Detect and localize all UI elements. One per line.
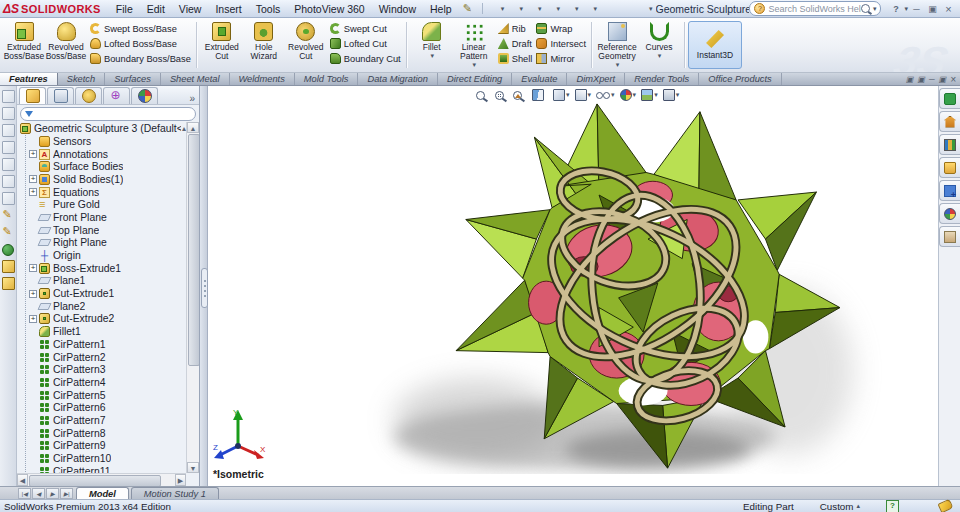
- task-pane-button[interactable]: [939, 111, 960, 132]
- doc-restore-button[interactable]: ▣: [939, 75, 947, 84]
- dropdown-caret-icon[interactable]: [538, 5, 542, 13]
- tree-item[interactable]: Equations: [27, 186, 186, 199]
- dropdown-caret-icon[interactable]: [658, 52, 662, 60]
- task-pane-button[interactable]: [939, 226, 960, 247]
- tree-item[interactable]: Boss-Extrude1: [27, 262, 186, 275]
- scroll-down-icon[interactable]: ▼: [187, 462, 199, 473]
- hud-button[interactable]: [663, 89, 680, 101]
- expand-box[interactable]: [29, 175, 37, 183]
- ribbon-stack-button[interactable]: Intersect: [536, 36, 590, 51]
- panel-tab[interactable]: [47, 87, 74, 104]
- dropdown-caret-icon[interactable]: [501, 5, 505, 13]
- left-toolbar-button[interactable]: [2, 107, 15, 120]
- hud-button[interactable]: [532, 89, 549, 101]
- ribbon-tab[interactable]: Evaluate: [512, 73, 567, 85]
- document-tab[interactable]: Motion Study 1: [131, 487, 219, 499]
- ribbon-tab[interactable]: Mold Tools: [295, 73, 359, 85]
- scroll-up-icon[interactable]: ▲: [187, 122, 199, 133]
- panel-tab[interactable]: [19, 87, 46, 104]
- quick-tool-button[interactable]: [544, 3, 560, 14]
- search-caret-icon[interactable]: [873, 5, 877, 13]
- last-tab-icon[interactable]: [60, 488, 73, 499]
- scrollbar-thumb[interactable]: [188, 134, 200, 366]
- task-pane-button[interactable]: [939, 134, 960, 155]
- tree-item[interactable]: Cut-Extrude1: [27, 287, 186, 300]
- ribbon-stack-button[interactable]: Rib: [498, 21, 537, 36]
- tree-item[interactable]: Top Plane: [27, 224, 186, 237]
- doc-window-icon[interactable]: ▣: [906, 75, 914, 84]
- quick-tool-button[interactable]: [618, 3, 634, 14]
- ribbon-tab[interactable]: Surfaces: [105, 73, 161, 85]
- tree-item[interactable]: CirPattern8: [27, 427, 186, 440]
- dropdown-caret-icon[interactable]: [676, 91, 680, 99]
- expand-box[interactable]: [29, 188, 37, 196]
- dropdown-caret-icon[interactable]: [430, 52, 434, 60]
- tree-item[interactable]: Solid Bodies(1): [27, 173, 186, 186]
- tree-item[interactable]: Plane2: [27, 300, 186, 313]
- menu-item[interactable]: Edit: [140, 0, 172, 17]
- left-toolbar-button[interactable]: [2, 243, 15, 256]
- menu-item[interactable]: PhotoView 360: [287, 0, 371, 17]
- quick-tool-button[interactable]: [526, 3, 542, 14]
- left-toolbar-button[interactable]: [2, 277, 15, 290]
- ribbon-stack-button[interactable]: Boundary Cut: [330, 51, 405, 66]
- quick-tool-button[interactable]: [489, 3, 505, 14]
- ribbon-stack-button[interactable]: Mirror: [536, 51, 590, 66]
- dropdown-caret-icon[interactable]: [472, 61, 476, 69]
- task-pane-button[interactable]: [939, 180, 960, 201]
- dropdown-caret-icon[interactable]: [575, 5, 579, 13]
- ribbon-tab[interactable]: Sheet Metal: [161, 73, 230, 85]
- expand-box[interactable]: [29, 264, 37, 272]
- tree-item[interactable]: Plane1: [27, 275, 186, 288]
- left-toolbar-button[interactable]: [2, 90, 15, 103]
- tree-horizontal-scrollbar[interactable]: ◀ ▶: [17, 473, 186, 486]
- scrollbar-thumb[interactable]: [29, 475, 161, 486]
- dropdown-caret-icon[interactable]: [616, 61, 620, 69]
- tree-item[interactable]: CirPattern3: [27, 363, 186, 376]
- ribbon-tab[interactable]: Weldments: [230, 73, 295, 85]
- task-pane-button[interactable]: [939, 88, 960, 109]
- menu-item[interactable]: Tools: [249, 0, 288, 17]
- doc-close-button[interactable]: ×: [950, 74, 956, 85]
- tree-item[interactable]: Surface Bodies: [27, 160, 186, 173]
- prev-tab-icon[interactable]: [32, 488, 45, 499]
- panel-overflow-icon[interactable]: [189, 93, 195, 104]
- expand-box[interactable]: [29, 315, 37, 323]
- ribbon-tab[interactable]: DimXpert: [567, 73, 625, 85]
- tree-item[interactable]: Pure Gold: [27, 198, 186, 211]
- ribbon-big-button[interactable]: Extruded Cut: [201, 20, 243, 61]
- quick-tool-button[interactable]: [600, 3, 616, 14]
- tree-item[interactable]: CirPattern6: [27, 401, 186, 414]
- hud-button[interactable]: [596, 89, 615, 101]
- ribbon-stack-button[interactable]: Boundary Boss/Base: [90, 51, 195, 66]
- quick-tool-button[interactable]: [563, 3, 579, 14]
- dropdown-caret-icon[interactable]: [611, 91, 615, 99]
- ribbon-stack-button[interactable]: Swept Cut: [330, 21, 405, 36]
- left-toolbar-button[interactable]: [2, 226, 15, 239]
- ribbon-stack-button[interactable]: Shell: [498, 51, 537, 66]
- first-tab-icon[interactable]: [18, 488, 31, 499]
- quick-tool-button[interactable]: [637, 3, 653, 14]
- scroll-right-icon[interactable]: ▶: [175, 474, 186, 486]
- ribbon-stack-button[interactable]: Draft: [498, 36, 537, 51]
- panel-tab[interactable]: [103, 87, 130, 104]
- dropdown-caret-icon[interactable]: [556, 5, 560, 13]
- tree-item[interactable]: CirPattern1: [27, 338, 186, 351]
- graphics-viewport[interactable]: Y X Z *Isometric: [208, 86, 938, 486]
- tree-item[interactable]: Annotations: [27, 148, 186, 161]
- dropdown-caret-icon[interactable]: [654, 91, 658, 99]
- tree-root[interactable]: Geometric Sculpture 3 (Default<<Defaul: [17, 122, 186, 135]
- hud-button[interactable]: [495, 91, 509, 100]
- hud-button[interactable]: [553, 89, 570, 101]
- tree-item[interactable]: Cut-Extrude2: [27, 313, 186, 326]
- ribbon-tab[interactable]: Direct Editing: [438, 73, 512, 85]
- menu-item[interactable]: File: [109, 0, 140, 17]
- panel-tab[interactable]: [131, 87, 158, 104]
- quick-tool-button[interactable]: [581, 3, 597, 14]
- ribbon-big-button[interactable]: Curves: [638, 20, 680, 60]
- tree-item[interactable]: CirPattern2: [27, 351, 186, 364]
- ribbon-big-button[interactable]: Reference Geometry: [596, 20, 638, 69]
- hud-button[interactable]: [620, 89, 637, 101]
- ribbon-big-button[interactable]: Revolved Cut: [285, 20, 327, 61]
- doc-minimize-button[interactable]: ─: [929, 75, 935, 84]
